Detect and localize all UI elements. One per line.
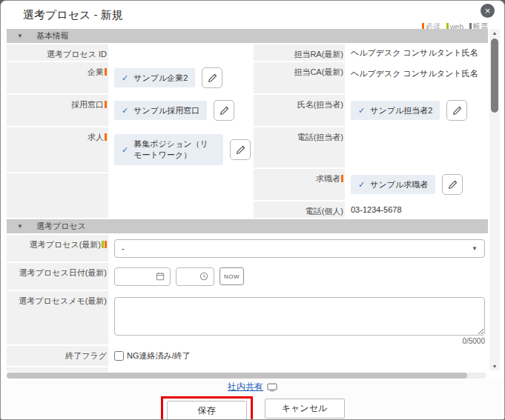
field-label: 電話(担当者) [254,127,345,167]
field-row-contact-phone: 電話(担当者) [254,127,488,167]
basic-right-column: 担当RA(最新) ヘルプデスク コンサルタント氏名 担当CA(最新) ヘルプデス… [254,44,488,219]
selected-value-chip: ✓サンプル採用窓口 [114,101,207,121]
chevron-down-icon: ▼ [472,245,478,252]
section-header-process[interactable]: ▼ 選考プロセス [7,219,488,233]
cancel-button[interactable]: キャンセル [265,399,345,419]
save-button[interactable]: 保存 [167,401,247,420]
field-value: NG連絡済み/終了 [108,346,488,366]
char-counter: 0/5000 [114,337,485,345]
edit-button[interactable] [202,67,222,88]
field-label: 選考プロセス ID [7,44,108,61]
field-label: 氏名(担当者) [254,95,345,126]
new-selection-process-modal: 選考プロセス - 新規 × 必須 web 帳票 ▼ 基本情報 選考プロセス ID… [0,0,505,420]
section-title: 基本情報 [36,30,69,41]
end-reason-checkbox-company-ng[interactable]: 企業NG [114,372,156,373]
field-value: ヘルプデスク コンサルタント氏名 [345,62,488,93]
field-label: 選考プロセスメモ(最新) [7,291,108,344]
field-row-end-reason: 終了理由 企業NG 求職者NG コンサルタント(JOB担当)NG コンサルタント… [7,367,488,372]
check-icon: ✓ [358,179,365,190]
basic-info-grid: 選考プロセス ID 企業 ✓サンプル企業2 採用窓口 ✓サンプル採用窓口 [7,44,488,219]
field-label: 終了フラグ [7,346,108,366]
check-icon: ✓ [122,105,128,116]
field-label: 求人 [7,127,108,172]
share-row: 社内共有 [1,381,504,393]
modal-body: ▼ 基本情報 選考プロセス ID 企業 ✓サンプル企業2 採用窓口 [7,29,488,372]
field-label-empty [7,173,108,218]
field-value: ✓募集ポジション（リモートワーク） [108,127,254,172]
process-phase-select[interactable]: - ▼ [114,239,485,258]
field-row-memo: 選考プロセスメモ(最新) 0/5000 [7,291,488,344]
selected-value-chip: ✓サンプル担当者2 [351,101,440,121]
required-indicator [105,68,107,76]
field-value [108,173,254,218]
scroll-up-icon[interactable]: ▲ [489,30,500,36]
process-date-input[interactable] [114,267,171,286]
process-time-input[interactable] [176,267,214,286]
field-row-company: 企業 ✓サンプル企業2 [7,62,254,93]
horizontal-scroll-thumb[interactable] [7,373,467,379]
field-value: ヘルプデスク コンサルタント氏名 [345,44,488,61]
section-header-basic[interactable]: ▼ 基本情報 [7,29,488,43]
field-label: 採用窓口 [7,95,108,126]
vertical-scrollbar[interactable]: ▲ ▼ [489,29,500,370]
collapse-caret-icon: ▼ [17,223,23,230]
internal-share-link[interactable]: 社内共有 [228,381,263,393]
field-label: 電話(個人) [254,201,345,218]
calendar-icon [156,272,165,281]
web-indicator [102,241,104,248]
end-reason-checkbox-candidate-ng[interactable]: 求職者NG [166,372,216,373]
field-value: ✓サンプル求職者 [345,169,488,200]
check-icon: ✓ [358,105,365,116]
field-row-job: 求人 ✓募集ポジション（リモートワーク） [7,127,254,172]
end-flag-checkbox[interactable]: NG連絡済み/終了 [114,350,191,361]
required-indicator [105,241,107,248]
check-icon: ✓ [122,144,128,156]
field-label: 選考プロセス日付(最新) [7,263,108,290]
clock-icon [199,272,208,281]
check-icon: ✓ [122,73,128,84]
field-value: 03-1234-5678 [345,201,488,218]
modal-footer: 社内共有 保存 キャンセル [1,379,504,419]
required-indicator [341,175,343,182]
edit-button[interactable] [446,100,467,121]
checkbox-input[interactable] [114,351,124,361]
field-row-end-flag: 終了フラグ NG連絡済み/終了 [7,346,488,366]
horizontal-scrollbar[interactable] [7,373,486,379]
selected-value-chip: ✓募集ポジション（リモートワーク） [114,134,223,165]
pencil-icon [448,180,458,190]
edit-button[interactable] [230,139,251,160]
field-row-process-id: 選考プロセス ID [7,44,254,61]
selected-value-chip: ✓サンプル求職者 [351,175,435,195]
selected-option: - [122,244,125,253]
field-value: - ▼ [108,235,488,261]
basic-left-column: 選考プロセス ID 企業 ✓サンプル企業2 採用窓口 ✓サンプル採用窓口 [7,44,254,219]
monitor-icon [267,383,277,392]
end-reason-checkbox-consultant-candidate-ng[interactable]: コンサルタント(求職者担当)NG [357,372,486,373]
vertical-scroll-thumb[interactable] [491,39,498,113]
end-reason-checkbox-consultant-job-ng[interactable]: コンサルタント(JOB担当)NG [225,372,346,373]
field-row-personal-phone: 電話(個人) 03-1234-5678 [254,201,488,218]
pencil-icon [220,106,229,116]
close-button[interactable]: × [481,4,495,18]
field-label: 担当CA(最新) [254,62,345,93]
field-value: ✓サンプル企業2 [108,62,254,93]
pencil-icon [452,106,462,116]
edit-button[interactable] [442,174,463,195]
edit-button[interactable] [214,100,234,121]
field-label: 求職者 [254,169,345,200]
field-value: ✓サンプル採用窓口 [108,95,254,126]
field-row-empty [7,173,254,218]
field-row-ca: 担当CA(最新) ヘルプデスク コンサルタント氏名 [254,62,488,93]
scroll-down-icon[interactable]: ▼ [489,364,500,369]
now-button[interactable]: NOW [220,267,244,285]
field-value: 0/5000 [108,291,488,344]
process-memo-textarea[interactable] [114,297,485,336]
selected-value-chip: ✓サンプル企業2 [114,68,195,88]
field-row-date: 選考プロセス日付(最新) NOW [7,263,488,290]
field-row-candidate: 求職者 ✓サンプル求職者 [254,169,488,200]
field-value: 企業NG 求職者NG コンサルタント(JOB担当)NG コンサルタント(求職者担… [108,367,488,372]
field-row-ra: 担当RA(最新) ヘルプデスク コンサルタント氏名 [254,44,488,61]
field-value [108,44,254,61]
pencil-icon [208,73,217,83]
modal-title: 選考プロセス - 新規 [23,8,123,22]
